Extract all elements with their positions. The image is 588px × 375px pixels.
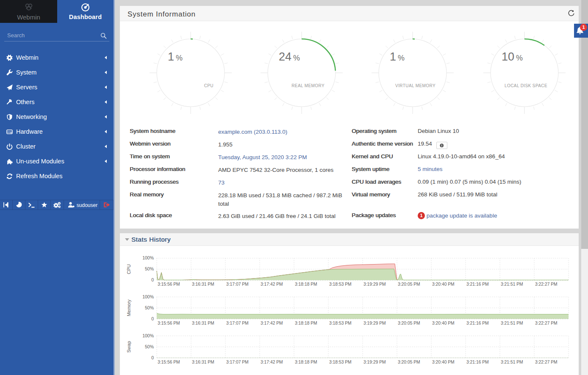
svg-text:3:22:27 PM: 3:22:27 PM (535, 282, 557, 287)
svg-text:3:21:51 PM: 3:21:51 PM (501, 321, 523, 325)
svg-text:3:17:42 PM: 3:17:42 PM (261, 282, 283, 287)
svg-text:0: 0 (151, 316, 154, 321)
svg-text:3:21:16 PM: 3:21:16 PM (466, 360, 489, 364)
svg-text:3:18:18 PM: 3:18:18 PM (295, 321, 317, 325)
svg-text:3:21:16 PM: 3:21:16 PM (466, 282, 489, 287)
svg-text:100%: 100% (142, 294, 154, 299)
svg-text:VIRTUAL MEMORY: VIRTUAL MEMORY (395, 83, 435, 88)
svg-text:3:20:05 PM: 3:20:05 PM (398, 282, 420, 287)
svg-text:3:17:42 PM: 3:17:42 PM (261, 321, 283, 325)
svg-text:LOCAL DISK SPACE: LOCAL DISK SPACE (505, 83, 547, 88)
svg-text:50%: 50% (145, 344, 154, 349)
svg-text:3:22:27 PM: 3:22:27 PM (535, 360, 557, 364)
svg-text:3:18:53 PM: 3:18:53 PM (329, 321, 352, 325)
svg-text:3:18:18 PM: 3:18:18 PM (295, 360, 317, 364)
svg-text:50%: 50% (145, 305, 154, 310)
svg-text:50%: 50% (145, 266, 154, 271)
svg-text:3:20:40 PM: 3:20:40 PM (432, 282, 455, 287)
svg-text:3:17:07 PM: 3:17:07 PM (226, 282, 249, 287)
svg-text:3:16:31 PM: 3:16:31 PM (192, 282, 214, 287)
svg-text:3:20:40 PM: 3:20:40 PM (432, 321, 455, 325)
svg-text:3:21:51 PM: 3:21:51 PM (501, 282, 523, 287)
svg-text:100%: 100% (142, 255, 154, 260)
svg-text:REAL MEMORY: REAL MEMORY (291, 83, 325, 88)
svg-text:3:18:53 PM: 3:18:53 PM (329, 282, 352, 287)
svg-text:3:20:40 PM: 3:20:40 PM (432, 360, 455, 364)
svg-text:3:17:07 PM: 3:17:07 PM (226, 321, 249, 325)
svg-text:3:15:56 PM: 3:15:56 PM (158, 282, 180, 287)
svg-text:3:20:05 PM: 3:20:05 PM (398, 360, 420, 364)
svg-text:3:19:29 PM: 3:19:29 PM (363, 282, 386, 287)
svg-text:3:22:27 PM: 3:22:27 PM (535, 321, 557, 325)
svg-text:3:16:31 PM: 3:16:31 PM (192, 321, 214, 325)
svg-text:0: 0 (151, 277, 154, 282)
svg-text:3:21:16 PM: 3:21:16 PM (466, 321, 489, 325)
svg-text:3:19:29 PM: 3:19:29 PM (363, 321, 386, 325)
svg-text:3:17:07 PM: 3:17:07 PM (226, 360, 249, 364)
svg-text:3:18:53 PM: 3:18:53 PM (329, 360, 352, 364)
svg-text:CPU: CPU (126, 264, 131, 274)
svg-text:3:15:56 PM: 3:15:56 PM (158, 321, 180, 325)
svg-text:CPU: CPU (204, 83, 214, 88)
svg-text:3:19:29 PM: 3:19:29 PM (363, 360, 386, 364)
svg-text:100%: 100% (142, 333, 154, 338)
svg-text:3:17:42 PM: 3:17:42 PM (261, 360, 283, 364)
svg-text:3:15:56 PM: 3:15:56 PM (158, 360, 180, 364)
svg-text:3:18:18 PM: 3:18:18 PM (295, 282, 317, 287)
svg-text:0: 0 (151, 355, 154, 360)
svg-text:3:20:05 PM: 3:20:05 PM (398, 321, 420, 325)
svg-text:Memory: Memory (126, 299, 131, 316)
svg-text:3:21:51 PM: 3:21:51 PM (501, 360, 523, 364)
svg-text:3:16:31 PM: 3:16:31 PM (192, 360, 214, 364)
svg-text:Swap: Swap (126, 341, 131, 353)
